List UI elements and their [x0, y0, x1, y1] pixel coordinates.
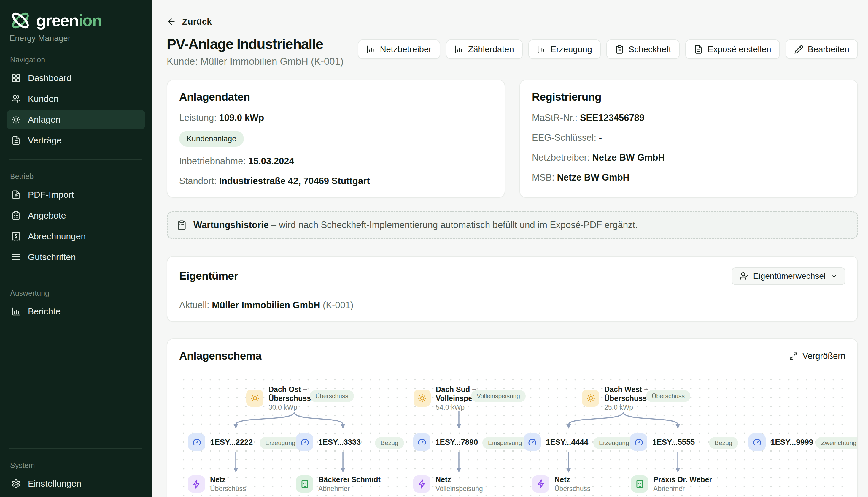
sun-icon	[11, 115, 21, 124]
sidebar-divider	[10, 276, 142, 276]
card-title: Registrierung	[532, 91, 845, 103]
wartungshistorie-banner: Wartungshistorie – wird nach Scheckheft-…	[167, 211, 858, 239]
schema-meter-node: 1ESY...4444	[524, 434, 588, 451]
sidebar-item-label: Berichte	[28, 307, 60, 316]
sidebar-item-abrechnungen[interactable]: Abrechnungen	[6, 227, 145, 246]
bearbeiten-button[interactable]: Bearbeiten	[785, 40, 858, 59]
file-upload-icon	[11, 190, 21, 199]
card-title: Eigentümer	[179, 270, 238, 282]
gauge-icon	[188, 434, 205, 451]
sidebar-item-pdf-import[interactable]: PDF-Import	[6, 185, 145, 204]
clipboard-icon	[11, 211, 21, 220]
building-icon	[296, 475, 313, 493]
users-icon	[11, 94, 21, 104]
bar-chart-icon	[11, 307, 21, 316]
sidebar-item-gutschriften[interactable]: Gutschriften	[6, 247, 145, 267]
brand: greenion Energy Manager	[6, 10, 145, 43]
schema-badge: Zweirichtung	[815, 437, 858, 449]
credit-card-icon	[11, 252, 21, 262]
sidebar-item-kunden[interactable]: Kunden	[6, 89, 145, 108]
sidebar-item-label: PDF-Import	[28, 190, 74, 200]
bar-chart-icon	[455, 45, 464, 54]
schema-meter-node: 1ESY...7890	[413, 434, 478, 451]
zap-icon	[188, 475, 205, 493]
schema-badge: Bezug	[709, 437, 738, 449]
back-button[interactable]: Zurück	[167, 17, 212, 27]
back-label: Zurück	[182, 17, 212, 27]
sidebar-item-label: Abrechnungen	[28, 231, 86, 241]
nav-section-navigation: Navigation	[10, 56, 142, 64]
main-content: Zurück PV-Anlage Industriehalle Kunde: M…	[152, 0, 868, 497]
schema-badge: Erzeugung	[260, 437, 301, 449]
vergroessern-button[interactable]: Vergrößern	[789, 351, 845, 361]
sidebar-item-label: Kunden	[28, 94, 58, 104]
chevron-down-icon	[830, 272, 838, 280]
schema-badge: Volleinspeisung	[471, 390, 526, 402]
sidebar-item-label: Einstellungen	[28, 479, 81, 489]
registrierung-card: Registrierung MaStR-Nr.: SEE123456789 EE…	[519, 80, 858, 198]
eeg-row: EEG-Schlüssel: -	[532, 132, 845, 143]
sidebar-item-label: Angebote	[28, 211, 66, 221]
schema-source-node: Dach Ost – Überschuss 30.0 kWp	[246, 385, 311, 412]
mastr-row: MaStR-Nr.: SEE123456789	[532, 113, 845, 123]
standort-row: Standort: Industriestraße 42, 70469 Stut…	[179, 176, 493, 186]
kundenanlage-badge: Kundenanlage	[179, 131, 244, 147]
sun-icon	[413, 389, 431, 407]
card-title: Anlagendaten	[179, 91, 493, 103]
gauge-icon	[413, 434, 430, 451]
erzeugung-button[interactable]: Erzeugung	[528, 40, 601, 59]
schema-sink-node: Bäckerei Schmidt Abnehmer	[296, 475, 381, 493]
sidebar-divider	[10, 448, 142, 449]
schema-source-node: Dach West – Überschuss 25.0 kWp	[582, 385, 648, 412]
gauge-icon	[748, 434, 766, 451]
netzbetreiber-button[interactable]: Netzbetreiber	[358, 40, 440, 59]
expose-erstellen-button[interactable]: Exposé erstellen	[685, 40, 780, 59]
sun-icon	[246, 389, 263, 407]
owner-current-line: Aktuell: Müller Immobilien GmbH (K-001)	[179, 300, 845, 311]
user-check-icon	[739, 271, 749, 281]
sidebar-item-label: Gutschriften	[28, 252, 76, 262]
header-actions: Netzbetreiber Zählerdaten Erzeugung Sche…	[358, 40, 858, 59]
schema-badge: Überschuss	[310, 390, 354, 402]
banner-text: Wartungshistorie – wird nach Scheckheft-…	[193, 220, 638, 230]
sidebar-item-label: Anlagen	[28, 115, 60, 125]
anlagenschema-card: Anlagenschema Vergrößern	[167, 339, 858, 497]
gear-icon	[11, 479, 21, 488]
schema-badge: Bezug	[375, 437, 404, 449]
bar-chart-icon	[366, 45, 376, 54]
netzbetreiber-row: Netzbetreiber: Netze BW GmbH	[532, 152, 845, 163]
sidebar-item-anlagen[interactable]: Anlagen	[6, 110, 145, 129]
greenion-logo-icon	[10, 10, 31, 31]
sidebar: greenion Energy Manager Navigation Dashb…	[0, 0, 152, 497]
nav-section-auswertung: Auswertung	[10, 289, 142, 298]
gauge-icon	[524, 434, 541, 451]
schema-sink-node: Praxis Dr. Weber Abnehmer	[631, 475, 712, 493]
arrow-left-icon	[167, 17, 176, 26]
sidebar-divider	[10, 159, 142, 160]
schema-meter-node: 1ESY...2222	[188, 434, 253, 451]
msb-row: MSB: Netze BW GmbH	[532, 172, 845, 183]
receipt-icon	[11, 231, 21, 241]
schema-badge: Einspeisung	[482, 437, 527, 449]
file-text-icon	[694, 45, 703, 54]
nav-section-system: System	[10, 461, 142, 470]
schema-badge: Erzeugung	[593, 437, 635, 449]
sidebar-item-berichte[interactable]: Berichte	[6, 302, 145, 321]
gauge-icon	[296, 434, 313, 451]
schema-meter-node: 1ESY...9999	[748, 434, 813, 451]
inbetriebnahme-row: Inbetriebnahme: 15.03.2024	[179, 156, 493, 167]
zaehlerdaten-button[interactable]: Zählerdaten	[446, 40, 523, 59]
sidebar-item-angebote[interactable]: Angebote	[6, 206, 145, 225]
sidebar-item-label: Dashboard	[28, 73, 72, 83]
sidebar-item-einstellungen[interactable]: Einstellungen	[6, 474, 145, 493]
clipboard-icon	[177, 220, 187, 230]
sidebar-item-vertraege[interactable]: Verträge	[6, 131, 145, 150]
leistung-row: Leistung: 109.0 kWp	[179, 113, 493, 123]
scheckheft-button[interactable]: Scheckheft	[606, 40, 680, 59]
sidebar-item-dashboard[interactable]: Dashboard	[6, 69, 145, 88]
page-header: PV-Anlage Industriehalle Kunde: Müller I…	[167, 36, 858, 67]
gauge-icon	[630, 434, 647, 451]
document-icon	[11, 136, 21, 145]
eigentuemerwechsel-button[interactable]: Eigentümerwechsel	[732, 267, 845, 285]
page-title: PV-Anlage Industriehalle	[167, 36, 343, 52]
